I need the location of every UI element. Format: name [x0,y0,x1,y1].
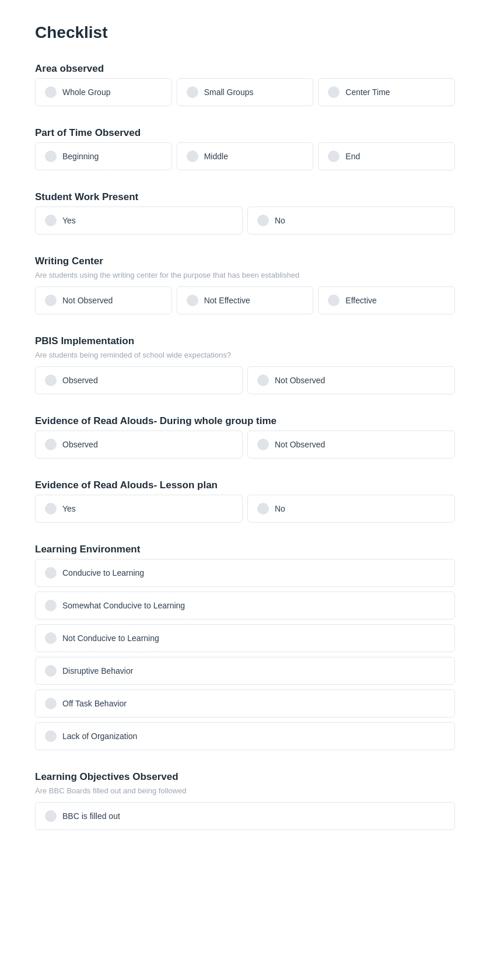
radio-circle [45,730,57,742]
option-label: Observed [62,376,98,385]
option-label: End [345,152,360,161]
radio-circle [187,295,198,306]
options-container-read-alouds-lesson: YesNo [35,495,455,523]
radio-circle [45,698,57,709]
radio-circle [187,86,198,98]
section-title-learning-environment: Learning Environment [35,544,455,555]
section-part-of-time: Part of Time ObservedBeginningMiddleEnd [35,127,455,170]
radio-circle [45,150,57,162]
section-read-alouds-lesson: Evidence of Read Alouds- Lesson planYesN… [35,480,455,523]
option-label: Conducive to Learning [62,568,144,578]
radio-circle [328,150,340,162]
option-label: Not Effective [204,296,250,305]
section-writing-center: Writing CenterAre students using the wri… [35,256,455,314]
radio-circle [45,600,57,611]
option-label: Beginning [62,152,99,161]
section-pbis: PBIS ImplementationAre students being re… [35,335,455,394]
option-label: Center Time [345,88,390,97]
options-container-student-work: YesNo [35,206,455,235]
option-part-of-time-1[interactable]: Middle [177,142,314,170]
option-area-observed-1[interactable]: Small Groups [177,78,314,106]
radio-circle [45,665,57,677]
option-label: Off Task Behavior [62,699,127,708]
radio-circle [328,295,340,306]
option-label: BBC is filled out [62,811,120,821]
option-pbis-1[interactable]: Not Observed [247,366,455,394]
option-read-alouds-lesson-1[interactable]: No [247,495,455,523]
radio-circle [45,439,57,450]
radio-circle [45,632,57,644]
radio-circle [45,215,57,226]
section-read-alouds-whole: Evidence of Read Alouds- During whole gr… [35,415,455,459]
section-student-work: Student Work PresentYesNo [35,191,455,235]
option-part-of-time-2[interactable]: End [318,142,455,170]
options-container-pbis: ObservedNot Observed [35,366,455,394]
option-pbis-0[interactable]: Observed [35,366,243,394]
section-title-learning-objectives: Learning Objectives Observed [35,771,455,783]
section-title-writing-center: Writing Center [35,256,455,267]
option-learning-environment-3[interactable]: Disruptive Behavior [35,657,455,685]
section-title-read-alouds-whole: Evidence of Read Alouds- During whole gr… [35,415,455,427]
options-container-area-observed: Whole GroupSmall GroupsCenter Time [35,78,455,106]
radio-circle [45,567,57,579]
option-learning-environment-1[interactable]: Somewhat Conducive to Learning [35,592,455,620]
radio-circle [45,374,57,386]
option-label: Yes [62,216,76,225]
option-learning-environment-5[interactable]: Lack of Organization [35,722,455,750]
option-area-observed-2[interactable]: Center Time [318,78,455,106]
section-title-read-alouds-lesson: Evidence of Read Alouds- Lesson plan [35,480,455,491]
option-label: Not Conducive to Learning [62,634,159,643]
option-learning-objectives-0[interactable]: BBC is filled out [35,802,455,830]
option-writing-center-1[interactable]: Not Effective [177,286,314,314]
section-learning-environment: Learning EnvironmentConducive to Learnin… [35,544,455,750]
section-title-part-of-time: Part of Time Observed [35,127,455,139]
page-title: Checklist [35,23,455,42]
section-title-pbis: PBIS Implementation [35,335,455,347]
option-label: No [275,216,285,225]
option-writing-center-2[interactable]: Effective [318,286,455,314]
option-label: Not Observed [275,376,325,385]
options-container-part-of-time: BeginningMiddleEnd [35,142,455,170]
option-student-work-1[interactable]: No [247,206,455,235]
option-student-work-0[interactable]: Yes [35,206,243,235]
radio-circle [257,374,269,386]
option-read-alouds-whole-0[interactable]: Observed [35,430,243,459]
radio-circle [257,215,269,226]
option-label: Effective [345,296,376,305]
option-label: Middle [204,152,228,161]
option-label: No [275,504,285,513]
option-area-observed-0[interactable]: Whole Group [35,78,172,106]
option-label: Yes [62,504,76,513]
option-label: Not Observed [275,440,325,449]
option-read-alouds-lesson-0[interactable]: Yes [35,495,243,523]
option-read-alouds-whole-1[interactable]: Not Observed [247,430,455,459]
option-writing-center-0[interactable]: Not Observed [35,286,172,314]
option-label: Not Observed [62,296,113,305]
radio-circle [45,810,57,822]
radio-circle [45,295,57,306]
option-label: Observed [62,440,98,449]
options-container-learning-objectives: BBC is filled out [35,802,455,830]
radio-circle [328,86,340,98]
option-label: Lack of Organization [62,732,137,741]
option-learning-environment-4[interactable]: Off Task Behavior [35,690,455,718]
options-container-read-alouds-whole: ObservedNot Observed [35,430,455,459]
section-subtitle-learning-objectives: Are BBC Boards filled out and being foll… [35,786,455,795]
radio-circle [45,86,57,98]
option-learning-environment-2[interactable]: Not Conducive to Learning [35,624,455,652]
section-learning-objectives: Learning Objectives ObservedAre BBC Boar… [35,771,455,830]
option-label: Whole Group [62,88,110,97]
section-subtitle-pbis: Are students being reminded of school wi… [35,351,455,359]
option-label: Somewhat Conducive to Learning [62,601,185,610]
radio-circle [45,503,57,514]
section-title-area-observed: Area observed [35,63,455,75]
section-area-observed: Area observedWhole GroupSmall GroupsCent… [35,63,455,106]
radio-circle [257,439,269,450]
option-label: Disruptive Behavior [62,666,133,676]
option-learning-environment-0[interactable]: Conducive to Learning [35,559,455,587]
option-part-of-time-0[interactable]: Beginning [35,142,172,170]
options-container-writing-center: Not ObservedNot EffectiveEffective [35,286,455,314]
section-title-student-work: Student Work Present [35,191,455,203]
radio-circle [187,150,198,162]
radio-circle [257,503,269,514]
